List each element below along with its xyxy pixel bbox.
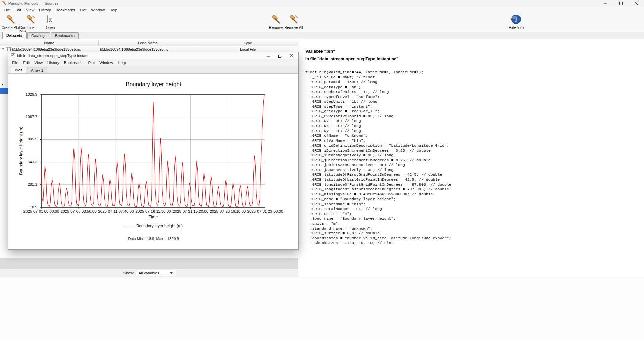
plot-window-controls [263,52,297,59]
plot-maximize-button[interactable] [274,52,286,59]
tab-plot[interactable]: Plot [11,67,26,73]
y-tick-label: 281.1 [16,182,37,186]
plot-close-button[interactable] [286,52,297,59]
menu-file[interactable]: File [1,7,12,13]
metadata-line: :GRIB_Ny = 1L; // long [305,129,451,134]
plot-tab-bar: Plot Array 1 [8,66,298,74]
column-header-type[interactable]: Type [197,40,298,46]
dataset-file-icon [6,47,11,52]
metadata-line: :GRIB_longitudeOfLastGridPointInDegrees … [305,187,451,192]
plot-menu-help[interactable]: Help [115,60,128,65]
metadata-line: :coordinates = "number valid_time latitu… [305,236,451,241]
chart-canvas [39,93,268,227]
y-tick-label: 805.5 [16,137,37,141]
dataset-long-name-cell: b1b5d16894f1068eba23e3fdde133de5.nc [99,47,197,51]
create-plot-button[interactable]: Create Plot [1,14,20,30]
metadata-line: :GRIB_NV = 0L; // long [305,119,451,124]
menu-view[interactable]: View [23,7,37,13]
expand-arrow-icon[interactable]: ▼ [2,48,4,51]
metadata-line: :long_name = "Boundary layer height"; [305,216,451,221]
plot-menu-history[interactable]: History [45,60,62,65]
datasets-table-header: Name Long Name Type [0,40,298,46]
metadata-line: :GRIB_stepType = "instant"; [305,104,451,109]
remove-label: Remove [269,25,283,30]
open-button[interactable]: Open [43,14,58,30]
title-bar: Panoply: Panoply — Sources [0,0,644,7]
tab-catalogs[interactable]: Catalogs [27,32,50,39]
plot-minimize-button[interactable] [263,52,274,59]
plot-menubar: File Edit View History Bookmarks Plot Wi… [8,59,298,66]
remove-all-button[interactable]: Remove All [284,14,303,30]
group-expand-arrow-icon[interactable]: ▼ [1,83,4,86]
hide-info-button[interactable]: i Hide Info [507,14,525,30]
metadata-line: :GRIB_gridDefinitionDescription = "Latit… [305,143,451,148]
column-header-name[interactable]: Name [0,40,99,46]
window-controls [598,0,644,7]
metadata-line: :GRIB_surface = 0.0; // double [305,231,451,236]
plot-menu-edit[interactable]: Edit [21,60,32,65]
metadata-line: :GRIB_gridType = "regular_ll"; [305,109,451,114]
metadata-line: :GRIB_dataType = "an"; [305,85,451,90]
menu-plot[interactable]: Plot [77,7,89,13]
metadata-line: :standard_name = "unknown"; [305,226,451,231]
plot-child-window[interactable]: blh in data_stream-oper_stepType-instant… [8,52,299,250]
tab-array-1[interactable]: Array 1 [27,67,47,73]
metadata-line: :GRIB_stepUnits = 1L; // long [305,99,451,104]
metadata-line: :GRIB_typeOfLevel = "surface"; [305,95,451,100]
selected-variable-row[interactable] [0,88,8,94]
open-label: Open [46,25,55,30]
plot-window-icon [11,53,15,59]
window-bottom-edge [0,277,644,277]
metadata-line: :GRIB_name = "Boundary layer height"; [305,197,451,202]
dataset-name-cell: ▼ b1b5d16894f1068eba23e3fdde133de5.nc [0,47,99,52]
window-title: Panoply: Panoply — Sources [8,1,59,5]
dataset-row[interactable]: ▼ b1b5d16894f1068eba23e3fdde133de5.nc b1… [0,46,298,52]
combine-plot-button[interactable]: Combine Plot [19,14,42,34]
metadata-line: :GRIB_cfVarName = "blh"; [305,138,451,144]
remove-all-gavel-icon [289,14,299,24]
plot-menu-bookmarks[interactable]: Bookmarks [62,60,86,65]
chevron-down-icon [170,272,173,274]
create-plot-gavel-icon [6,14,16,24]
metadata-line: :GRIB_jPointsAreConsecutive = 0L; // lon… [305,163,451,168]
remove-all-label: Remove All [284,25,303,30]
maximize-button[interactable] [613,0,629,7]
menu-edit[interactable]: Edit [12,7,24,13]
menu-window[interactable]: Window [89,7,107,13]
metadata-line: :_ChunkSizes = 744U, 1U, 1U; // uint [305,241,451,246]
plot-menu-view[interactable]: View [32,60,45,65]
y-tick-label: 1329.9 [16,92,37,96]
variable-filter-bar: Show: All variables [0,269,298,277]
menu-bookmarks[interactable]: Bookmarks [53,7,78,13]
variable-file-subheading: In file "data_stream-oper_stepType-insta… [305,57,398,61]
data-min-max-text: Data Min = 18.9, Max = 1329.9 [8,237,298,241]
metadata-line: float blh(valid_time=744, latitude=1, lo… [305,70,451,75]
remove-button[interactable]: Remove [267,14,284,30]
info-icon: i [511,14,521,24]
remove-gavel-icon [271,14,281,24]
plot-window-title-bar[interactable]: blh in data_stream-oper_stepType-instant [8,52,298,59]
tab-bookmarks[interactable]: Bookmarks [51,32,79,39]
tab-datasets[interactable]: Datasets [2,32,27,39]
plot-menu-file[interactable]: File [10,60,21,65]
menu-help[interactable]: Help [107,7,120,13]
column-header-long-name[interactable]: Long Name [99,40,197,46]
show-variables-dropdown[interactable]: All variables [136,270,175,276]
x-axis-title: Time [39,215,268,219]
hide-info-label: Hide Info [509,25,524,30]
y-tick-label: 18.9 [16,205,37,209]
plot-menu-plot[interactable]: Plot [86,60,97,65]
chart-legend: Boundary layer height (m) [8,224,298,228]
legend-label: Boundary layer height (m) [136,224,183,228]
metadata-line: :GRIB_uvRelativeToGrid = 0L; // long [305,114,451,119]
minimize-button[interactable] [598,0,613,7]
metadata-line: :GRIB_longitudeOfFirstGridPointInDegrees… [305,182,451,187]
chart-title: Boundary layer height [8,81,298,88]
dataset-name-text: b1b5d16894f1068eba23e3fdde133de5.nc [12,47,81,51]
plot-menu-window[interactable]: Window [97,60,115,65]
close-button[interactable] [629,0,644,7]
metadata-line: :GRIB_jScansPositively = 0L; // long [305,168,451,173]
menu-history[interactable]: History [37,7,53,13]
plot-content: Boundary layer height Boundary layer hei… [8,74,298,249]
show-variables-value: All variables [138,271,159,275]
